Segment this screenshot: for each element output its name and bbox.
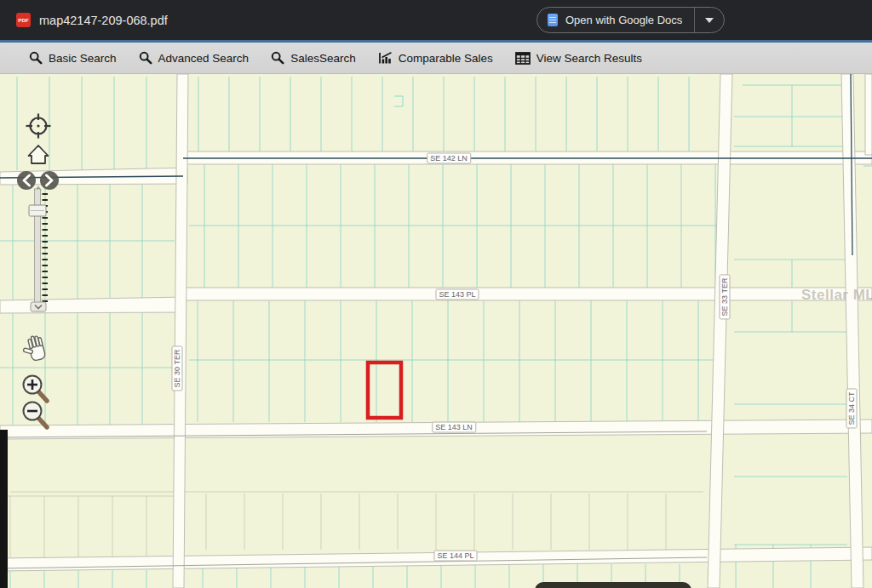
road-edge-sliver — [865, 74, 872, 155]
page-edge-strip — [0, 430, 8, 588]
pdf-file-icon: PDF — [16, 13, 31, 27]
parcel-map[interactable]: SE 142 LN SE 143 PL SE 143 LN SE 144 PL … — [0, 74, 872, 588]
table-grid-icon — [515, 52, 531, 65]
road-label-se-30-ter: SE 30 TER — [172, 346, 183, 391]
search-toolbar: Basic Search Advanced Search SalesSearch… — [0, 43, 872, 74]
slider-down-button[interactable] — [31, 302, 46, 311]
comparable-sales-button[interactable]: Comparable Sales — [378, 51, 493, 65]
road-label-se-34-ct: SE 34 CT — [846, 388, 858, 428]
open-with-google-docs-main[interactable]: Open with Google Docs — [537, 8, 694, 32]
basic-search-button[interactable]: Basic Search — [29, 51, 117, 65]
toolbar-item-label: Basic Search — [49, 52, 117, 65]
filename-label: map42147-209-068.pdf — [39, 14, 168, 27]
road-label-se-144-pl: SE 144 PL — [433, 551, 477, 562]
bar-chart-icon — [378, 51, 393, 65]
stellar-mls-watermark: Stellar MLS — [801, 287, 872, 304]
search-icon — [271, 51, 284, 65]
open-options-dropdown[interactable] — [695, 8, 724, 32]
pan-right-button[interactable] — [40, 171, 59, 190]
open-with-google-docs-button[interactable]: Open with Google Docs — [536, 7, 725, 33]
pan-left-button[interactable] — [17, 171, 36, 190]
search-icon — [139, 51, 152, 65]
toolbar-item-label: Comparable Sales — [399, 52, 493, 65]
toolbar-item-label: SalesSearch — [290, 52, 356, 65]
road-label-se-143-ln: SE 143 LN — [432, 422, 476, 433]
bottom-overlay-bar[interactable] — [535, 582, 691, 588]
pdf-viewer-header: PDF map42147-209-068.pdf Open with Googl… — [0, 0, 872, 40]
road-label-se-33-ter: SE 33 TER — [720, 275, 731, 320]
chevron-down-icon — [705, 18, 714, 23]
view-search-results-button[interactable]: View Search Results — [515, 52, 642, 65]
sales-search-button[interactable]: SalesSearch — [271, 51, 356, 65]
open-button-label: Open with Google Docs — [565, 14, 682, 26]
advanced-search-button[interactable]: Advanced Search — [139, 51, 250, 65]
google-docs-icon — [548, 14, 558, 26]
search-icon — [29, 51, 43, 65]
map-canvas — [0, 74, 872, 588]
road-label-se-142-ln: SE 142 LN — [427, 153, 471, 164]
road-label-se-143-pl: SE 143 PL — [435, 289, 479, 300]
toolbar-item-label: View Search Results — [536, 52, 642, 65]
toolbar-item-label: Advanced Search — [158, 52, 250, 65]
road-se-143-pl — [181, 288, 872, 300]
